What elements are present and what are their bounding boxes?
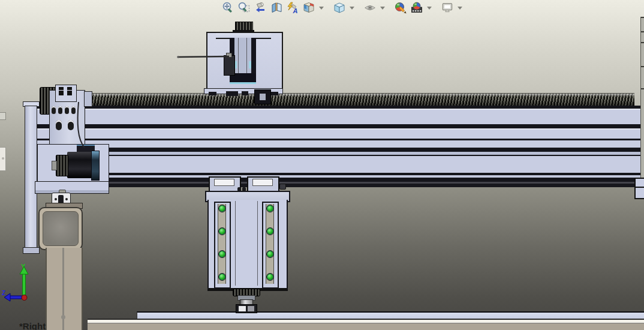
zoom-to-area-icon bbox=[237, 1, 251, 14]
view-name-label: *Right bbox=[19, 321, 46, 330]
view-settings-icon bbox=[441, 1, 454, 14]
previous-view-button[interactable] bbox=[253, 1, 267, 15]
display-style-button[interactable] bbox=[332, 1, 347, 15]
section-view-icon bbox=[270, 1, 283, 14]
svg-text:A: A bbox=[293, 7, 298, 14]
view-orientation-icon bbox=[302, 1, 315, 14]
display-style-icon bbox=[333, 1, 346, 14]
motor-wire bbox=[78, 102, 85, 148]
dropdown-caret-icon[interactable] bbox=[380, 7, 385, 10]
hide-show-items-icon bbox=[363, 1, 377, 14]
view-orientation-button[interactable] bbox=[302, 1, 316, 15]
apply-scene-icon bbox=[410, 1, 423, 14]
orientation-triad: Y Z bbox=[1, 259, 44, 308]
previous-view-icon bbox=[254, 1, 267, 14]
edit-appearance-icon bbox=[394, 1, 407, 14]
origin-dot bbox=[22, 295, 27, 301]
dropdown-caret-icon[interactable] bbox=[427, 7, 432, 10]
dropdown-caret-icon[interactable] bbox=[350, 7, 354, 10]
cad-graphics-viewport[interactable]: Y Z *Right bbox=[0, 0, 644, 330]
probe-rod-tip bbox=[177, 56, 179, 58]
dynamic-annotation-views-button[interactable]: A bbox=[285, 1, 300, 15]
dropdown-caret-icon[interactable] bbox=[319, 7, 324, 10]
view-settings-button[interactable] bbox=[440, 1, 455, 15]
zoom-to-area-button[interactable] bbox=[237, 1, 251, 15]
probe-rod bbox=[178, 56, 229, 57]
y-axis bbox=[23, 274, 26, 297]
hide-show-items-button[interactable] bbox=[363, 1, 377, 15]
apply-scene-button[interactable] bbox=[410, 1, 424, 15]
zoom-to-fit-button[interactable] bbox=[221, 1, 235, 15]
zoom-to-fit-icon bbox=[221, 1, 234, 14]
section-view-button[interactable] bbox=[269, 1, 284, 15]
heads-up-view-toolbar: A bbox=[221, 1, 464, 15]
wire-overlay bbox=[0, 0, 644, 330]
edit-appearance-button[interactable] bbox=[393, 1, 408, 15]
triad-z-label: Z bbox=[2, 290, 5, 296]
dropdown-caret-icon[interactable] bbox=[458, 7, 462, 10]
dynamic-annotation-views-icon: A bbox=[286, 1, 299, 14]
